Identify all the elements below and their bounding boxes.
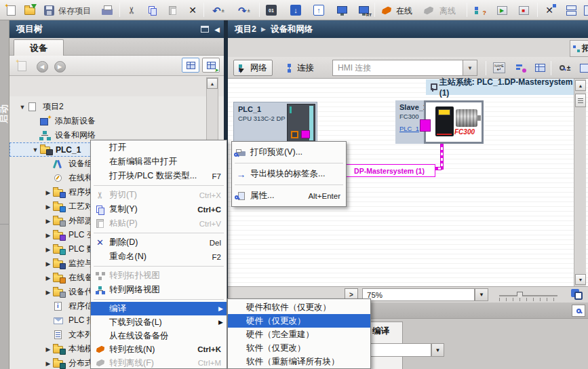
scroll-up-icon[interactable]: ▲ [207, 78, 218, 89]
new-project-button[interactable]: ✦ [3, 3, 19, 18]
menu-item-export-labels[interactable]: → 导出模块的标签条... [232, 166, 346, 182]
menu-item-print-preview[interactable]: 打印预览(V)... [232, 144, 346, 161]
expander-icon[interactable]: ▶ [43, 260, 53, 267]
dp-port[interactable] [301, 130, 310, 138]
connections-mode-button[interactable]: 连接 [282, 60, 319, 76]
menu-item-download[interactable]: 下载到设备(L)▶ [91, 315, 227, 329]
go-online-button[interactable] [378, 3, 395, 18]
expander-icon[interactable]: ▶ [43, 232, 53, 239]
inspector-tool-button[interactable] [572, 305, 585, 317]
dropdown-arrow-icon[interactable]: ▼ [463, 60, 477, 75]
expander-icon[interactable]: ▶ [43, 346, 53, 353]
zoom-level-combo[interactable]: 75% [362, 288, 475, 301]
submenu-item-hw-rebuild[interactable]: 硬件（完全重建） [228, 328, 370, 341]
plc1-station[interactable]: PLC_1 CPU 313C-2 DP [233, 102, 317, 144]
menu-item-go-offline[interactable]: 转到离线(F)Ctrl+M [91, 356, 227, 369]
expander-icon[interactable]: ▶ [43, 203, 53, 210]
menu-item-rename[interactable]: 重命名(N)F2 [91, 250, 227, 264]
paste-button[interactable] [164, 3, 180, 18]
dp-network-line[interactable] [435, 167, 442, 170]
stop-cpu-button[interactable]: ■ [515, 3, 532, 18]
breadcrumb-page[interactable]: 设备和网络 [271, 24, 313, 35]
submenu-item-hw-changes[interactable]: 硬件（仅更改） [228, 314, 370, 328]
scroll-up-icon[interactable]: ▲ [575, 80, 586, 91]
upload-from-device-button[interactable]: ↑ [311, 3, 327, 18]
scroll-down-icon[interactable]: ▼ [575, 274, 586, 285]
collapse-panel-icon[interactable]: ◀ [214, 26, 220, 33]
menu-item-go-online[interactable]: 转到在线(N)Ctrl+K [91, 343, 227, 356]
tab-devices[interactable]: 设备 [14, 39, 64, 56]
breadcrumb-project[interactable]: 项目2 [235, 24, 256, 35]
menu-item-open-new-editor[interactable]: 在新编辑器中打开 [91, 155, 227, 169]
print-button[interactable] [99, 3, 115, 18]
tree-item-project[interactable]: ▼ 项目2 [9, 100, 206, 114]
menu-item-goto-network[interactable]: 转到网络视图 [91, 283, 227, 297]
assigned-plc-link[interactable]: PLC_1 [399, 125, 419, 132]
portal-edge-strip[interactable]: 启动 [0, 20, 9, 369]
relations-button[interactable]: NAHE↵ [491, 60, 507, 75]
diagnostics-button[interactable]: ? [471, 3, 487, 18]
sort-view-button[interactable]: ➤ [202, 58, 220, 73]
add-item-button[interactable]: ✦ [14, 58, 30, 73]
start-simulation-button[interactable] [334, 3, 350, 18]
canvas-scrollbar[interactable]: ▲ ▼ [574, 79, 586, 286]
inspector-filter-select[interactable] [365, 343, 431, 357]
menu-item-open[interactable]: 打开 [91, 140, 227, 155]
cut-button[interactable]: ✂ [123, 3, 140, 18]
subnet-label[interactable]: DP-Mastersystem (1) [343, 164, 435, 177]
auto-collapse-icon[interactable] [201, 26, 209, 33]
expander-icon[interactable]: ▶ [43, 275, 53, 281]
start-cpu-button[interactable]: ▶ [494, 3, 510, 18]
zoom-slider[interactable] [499, 295, 557, 296]
menu-item-cut[interactable]: ✂剪切(T)Ctrl+X [91, 188, 227, 202]
go-offline-button[interactable] [420, 3, 437, 18]
redo-button[interactable]: ↷± [233, 3, 255, 18]
menu-item-goto-topology[interactable]: 转到拓扑视图 [91, 269, 227, 283]
details-view-button[interactable] [182, 58, 199, 73]
save-project-label[interactable]: 保存项目 [58, 5, 91, 17]
slave-dp-port[interactable] [420, 119, 431, 132]
expander-icon[interactable]: ▶ [43, 289, 53, 296]
zoom-dropdown-icon[interactable]: ▼ [475, 288, 488, 301]
master-system-banner[interactable]: 主站系统: PLC_1.DP-Mastersystem (1) [426, 79, 579, 95]
expander-icon[interactable]: ▶ [43, 360, 53, 367]
tree-item-add-device[interactable]: ✦ 添加新设备 [9, 114, 206, 128]
menu-item-copy[interactable]: 复制(Y)Ctrl+C [91, 202, 227, 216]
tab-topology-view[interactable]: 拓 [570, 40, 588, 57]
compile-button[interactable]: 01 [263, 3, 279, 18]
open-project-button[interactable] [22, 3, 38, 18]
undo-button[interactable]: ↶± [208, 3, 229, 18]
split-horizontal-button[interactable] [563, 3, 579, 18]
scrollbar-grip-icon[interactable] [575, 94, 586, 107]
zoom-button[interactable]: ± [555, 60, 575, 75]
back-button[interactable]: ◀ [34, 59, 50, 74]
copy-button[interactable] [144, 3, 160, 18]
runtime-button[interactable]: RT [355, 3, 372, 18]
delete-button[interactable]: ✕ [184, 3, 201, 18]
cross-reference-button[interactable]: ✕ [541, 3, 557, 18]
cpu-image[interactable] [287, 104, 315, 142]
menu-item-properties[interactable]: 属性... Alt+Enter [232, 187, 346, 204]
download-to-device-button[interactable]: ↓ [288, 3, 304, 18]
menu-item-open-block[interactable]: 打开块/PLC 数据类型...F7 [91, 169, 227, 183]
go-online-label[interactable]: 在线 [396, 5, 412, 17]
save-project-button[interactable] [41, 3, 57, 18]
dropdown-arrow-icon[interactable]: ▼ [431, 343, 444, 357]
connection-type-select[interactable]: HMI 连接 ▼ [332, 60, 477, 76]
expander-icon[interactable]: ▶ [43, 246, 53, 253]
submenu-item-sw-rebuild-all[interactable]: 软件（重新编译所有块） [228, 355, 370, 368]
split-vertical-button[interactable] [581, 3, 588, 18]
go-offline-label[interactable]: 离线 [439, 5, 456, 17]
network-mode-button[interactable]: 网络 [233, 60, 273, 76]
menu-item-backup-online[interactable]: 从在线设备备份 [91, 329, 227, 343]
expander-icon[interactable]: ▼ [31, 147, 40, 153]
menu-item-delete[interactable]: ✕删除(D)Del [91, 235, 227, 250]
expander-icon[interactable]: ▼ [18, 104, 27, 111]
menu-item-compile[interactable]: 编译▶ [91, 302, 227, 315]
show-addresses-button[interactable] [513, 60, 529, 75]
table-grid-button[interactable] [532, 60, 548, 75]
forward-button[interactable]: ▶ [52, 59, 68, 74]
mpi-port[interactable] [291, 131, 298, 138]
menu-item-paste[interactable]: 粘贴(P)Ctrl+V [91, 216, 227, 231]
submenu-item-hw-sw-changes[interactable]: 硬件和软件（仅更改） [228, 300, 370, 314]
